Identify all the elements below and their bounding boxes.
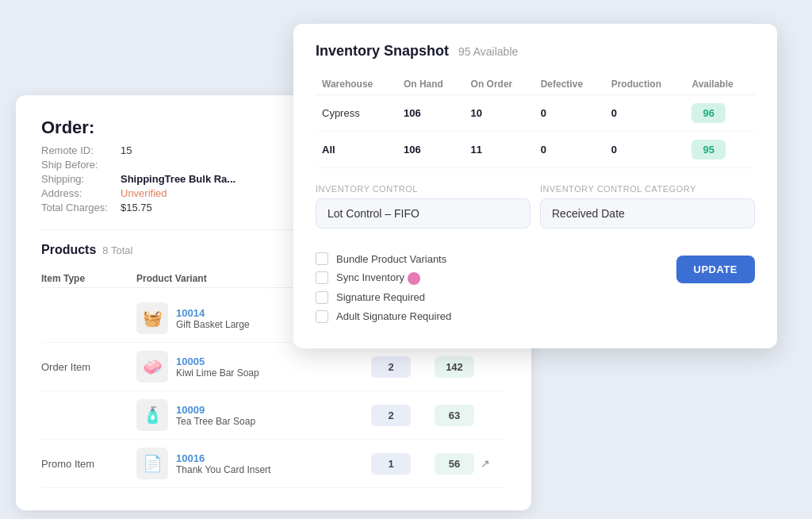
product-cell: 📄10016Thank You Card Insert — [136, 448, 371, 479]
checkbox-input[interactable] — [316, 252, 328, 265]
product-image: 📄 — [136, 448, 168, 479]
inventory-row: All106110095 — [316, 132, 755, 168]
checkbox-label: Bundle Product Variants — [336, 253, 446, 265]
products-title: Products — [41, 243, 96, 257]
inventory-card: Inventory Snapshot 95 Available Warehous… — [293, 24, 777, 348]
inv-col-warehouse: Warehouse — [316, 74, 397, 95]
inv-production: 0 — [605, 95, 686, 132]
checkbox-row: Signature Required — [316, 291, 676, 304]
product-name: Tea Tree Bar Soap — [176, 416, 255, 427]
product-cell: 🧴10009Tea Tree Bar Soap — [136, 399, 371, 431]
inv-available: 96 — [685, 95, 755, 132]
address-value: Unverified — [121, 187, 167, 199]
available-cell: 63 — [435, 405, 506, 426]
product-sku[interactable]: 10016 — [176, 452, 270, 464]
inv-on_order: 10 — [465, 95, 534, 132]
product-image: 🧴 — [136, 399, 168, 431]
product-name: Thank You Card Insert — [176, 464, 270, 475]
address-label: Address: — [41, 187, 121, 199]
inventory-table: Warehouse On Hand On Order Defective Pro… — [316, 74, 755, 168]
inv-on_hand: 106 — [397, 132, 465, 168]
inv-on_order: 11 — [465, 132, 534, 168]
inv-defective: 0 — [534, 132, 605, 168]
product-sku[interactable]: 10005 — [176, 356, 259, 367]
inventory-title: Inventory Snapshot — [316, 43, 449, 60]
qty-badge: 2 — [371, 405, 411, 426]
total-charges-label: Total Charges: — [41, 202, 121, 213]
inventory-row: Cypress106100096 — [316, 95, 755, 132]
product-cell: 🧼10005Kiwi Lime Bar Soap — [136, 351, 371, 383]
checkbox-row: Sync Inventory — [316, 271, 676, 285]
inv-available: 95 — [685, 132, 755, 168]
qty-badge: 2 — [371, 356, 411, 378]
inv-col-defective: Defective — [534, 74, 605, 95]
table-row: 🧴10009Tea Tree Bar Soap263 — [41, 391, 506, 440]
checkbox-row: Bundle Product Variants — [316, 252, 676, 265]
item-type-cell: Promo Item — [41, 458, 136, 470]
product-name: Gift Basket Large — [176, 319, 250, 330]
inv-col-production: Production — [605, 74, 686, 95]
product-image: 🧺 — [136, 302, 168, 334]
remote-id-value: 15 — [121, 144, 132, 156]
inv-col-available: Available — [685, 74, 755, 95]
available-cell: 56↗ — [435, 453, 506, 475]
col-item-type: Item Type — [41, 273, 136, 284]
product-info: 10014Gift Basket Large — [176, 307, 250, 330]
checkbox-label: Adult Signature Required — [336, 310, 451, 322]
checkbox-input[interactable] — [316, 271, 328, 284]
checkbox-label: Sync Inventory — [336, 271, 420, 285]
total-charges-value: $15.75 — [121, 202, 152, 213]
inv-warehouse: All — [316, 132, 397, 168]
inventory-control-value[interactable]: Lot Control – FIFO — [316, 198, 530, 229]
inv-on_hand: 106 — [397, 95, 465, 132]
inventory-control-label: Inventory Control — [316, 184, 530, 194]
external-link-icon[interactable]: ↗ — [481, 457, 490, 470]
product-info: 10005Kiwi Lime Bar Soap — [176, 356, 259, 379]
qty-cell: 2 — [371, 405, 435, 426]
inv-warehouse: Cypress — [316, 95, 397, 132]
qty-cell: 2 — [371, 356, 435, 378]
inv-col-on-order: On Order — [465, 74, 534, 95]
checkbox-input[interactable] — [316, 291, 328, 304]
product-info: 10016Thank You Card Insert — [176, 452, 270, 475]
available-badge: 63 — [435, 405, 474, 426]
checkbox-label: Signature Required — [336, 291, 425, 303]
qty-cell: 1 — [371, 453, 435, 475]
product-name: Kiwi Lime Bar Soap — [176, 367, 259, 379]
product-sku[interactable]: 10014 — [176, 307, 250, 319]
item-type-cell: Order Item — [41, 361, 136, 373]
available-cell: 142 — [435, 356, 506, 378]
order-label: Order: — [41, 117, 94, 138]
checkboxes-section: Bundle Product VariantsSync InventorySig… — [316, 252, 676, 329]
product-info: 10009Tea Tree Bar Soap — [176, 404, 255, 427]
inventory-control-category-label: Inventory Control Category — [540, 184, 755, 194]
checkbox-input[interactable] — [316, 310, 328, 323]
available-badge: 56 — [435, 453, 474, 475]
products-count: 8 Total — [102, 244, 132, 256]
inv-defective: 0 — [534, 95, 605, 132]
shipping-value: ShippingTree Bulk Ra... — [121, 173, 236, 185]
table-row: Order Item🧼10005Kiwi Lime Bar Soap2142 — [41, 343, 506, 391]
checkbox-row: Adult Signature Required — [316, 310, 676, 323]
remote-id-label: Remote ID: — [41, 144, 121, 156]
available-badge: 142 — [435, 356, 474, 378]
update-button[interactable]: UPDATE — [676, 256, 755, 283]
product-image: 🧼 — [136, 351, 168, 383]
inventory-available-text: 95 Available — [458, 45, 518, 58]
ship-before-label: Ship Before: — [41, 159, 121, 171]
shipping-label: Shipping: — [41, 173, 121, 185]
product-sku[interactable]: 10009 — [176, 404, 255, 416]
table-row: Promo Item📄10016Thank You Card Insert156… — [41, 440, 506, 488]
qty-badge: 1 — [371, 453, 411, 475]
inventory-control-category-value[interactable]: Received Date — [540, 198, 755, 229]
inv-col-on-hand: On Hand — [397, 74, 465, 95]
inv-production: 0 — [605, 132, 686, 168]
info-dot-icon — [408, 272, 420, 285]
